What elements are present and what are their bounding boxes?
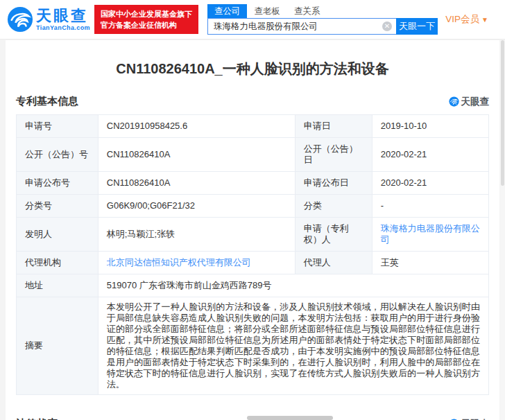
field-label: 代理人 bbox=[295, 252, 372, 274]
agency-link[interactable]: 北京同达信恒知识产权代理有限公司 bbox=[107, 257, 251, 268]
field-label: 地址 bbox=[17, 274, 99, 297]
field-value: 2020-02-21 bbox=[372, 138, 488, 172]
field-value: CN110826410A bbox=[98, 172, 295, 195]
field-value: 北京同达信恒知识产权代理有限公司 bbox=[98, 252, 295, 274]
abstract-text: 本发明公开了一种人脸识别的方法和设备，涉及人脸识别技术领域，用以解决在人脸识别时… bbox=[98, 297, 488, 395]
field-label: 摘要 bbox=[17, 297, 99, 395]
field-label: 申请公布号 bbox=[17, 172, 99, 195]
tab-boss[interactable]: 查老板 bbox=[247, 4, 287, 18]
tab-company[interactable]: 查公司 bbox=[207, 4, 248, 18]
watermark-text: 天眼查 bbox=[461, 418, 490, 420]
search-area: 查公司 查老板 查关系 ✕ 天眼一下 bbox=[207, 4, 438, 35]
tianyancha-watermark-icon bbox=[449, 96, 459, 107]
field-value: 林明;马颖江;张轶 bbox=[98, 218, 295, 252]
vip-label: VIP会员 bbox=[445, 14, 479, 24]
vip-member-menu[interactable]: VIP会员▼ bbox=[445, 13, 488, 26]
table-row: 申请公布号 CN110826410A 申请公布日 2020-02-21 bbox=[17, 172, 489, 195]
search-input[interactable] bbox=[207, 18, 396, 35]
badge-line2: 官方备案企业征信机构 bbox=[101, 19, 192, 30]
field-label: 申请公布日 bbox=[295, 172, 372, 195]
tianyancha-watermark: 天眼查 bbox=[449, 96, 490, 108]
patent-section-header: 专利基本信息 天眼查 bbox=[16, 95, 489, 108]
search-button[interactable]: 天眼一下 bbox=[396, 18, 438, 35]
search-row: ✕ 天眼一下 bbox=[207, 18, 438, 35]
field-label: 公开（公告）日 bbox=[295, 138, 372, 172]
top-header: 天眼查 TianYanCha.com 国家中小企业发展基金旗下 官方备案企业征信… bbox=[0, 0, 505, 40]
table-row: 代理机构 北京同达信恒知识产权代理有限公司 代理人 王英 bbox=[17, 252, 489, 274]
legal-section-title: 法律状态 bbox=[16, 417, 58, 420]
field-label: 公开（公告）号 bbox=[17, 138, 99, 172]
horizontal-scrollbar-thumb[interactable] bbox=[247, 416, 333, 420]
logo-subtitle: TianYanCha.com bbox=[36, 24, 90, 31]
field-label: 代理机构 bbox=[17, 252, 99, 274]
page-title: CN110826410A_一种人脸识别的方法和设备 bbox=[16, 40, 489, 89]
table-row: 地址 519070 广东省珠海市前山金鸡西路789号 bbox=[17, 274, 489, 297]
field-value: 珠海格力电器股份有限公司 bbox=[372, 218, 488, 252]
field-label: 申请日 bbox=[295, 115, 372, 138]
badge-line1: 国家中小企业发展基金旗下 bbox=[101, 8, 192, 19]
field-value: 2019-10-10 bbox=[372, 115, 488, 138]
field-value: 519070 广东省珠海市前山金鸡西路789号 bbox=[98, 274, 488, 297]
tianyancha-logo-text: 天眼查 TianYanCha.com bbox=[36, 8, 90, 31]
field-label: 分类号 bbox=[17, 195, 99, 218]
table-row: 发明人 林明;马颖江;张轶 申请（专利权）人 珠海格力电器股份有限公司 bbox=[17, 218, 489, 252]
field-value: G06K9/00;G06F21/32 bbox=[98, 195, 295, 218]
tianyancha-logo[interactable]: 天眼查 TianYanCha.com bbox=[7, 6, 90, 33]
vertical-scrollbar[interactable] bbox=[500, 40, 505, 420]
table-row: 分类号 G06K9/00;G06F21/32 分类 - bbox=[17, 195, 489, 218]
field-label: 分类 bbox=[295, 195, 372, 218]
tab-relation[interactable]: 查关系 bbox=[287, 4, 327, 18]
field-value: 2020-02-21 bbox=[372, 172, 488, 195]
clear-icon[interactable]: ✕ bbox=[382, 21, 392, 31]
field-label: 申请号 bbox=[17, 115, 99, 138]
search-tabs: 查公司 查老板 查关系 bbox=[207, 4, 438, 18]
field-value: 王英 bbox=[372, 252, 488, 274]
table-row: 摘要 本发明公开了一种人脸识别的方法和设备，涉及人脸识别技术领域，用以解决在人脸… bbox=[17, 297, 489, 395]
applicant-link[interactable]: 珠海格力电器股份有限公司 bbox=[381, 223, 480, 245]
certification-badge: 国家中小企业发展基金旗下 官方备案企业征信机构 bbox=[94, 5, 198, 34]
tianyancha-watermark: 天眼查 bbox=[449, 418, 490, 420]
vertical-scrollbar-thumb[interactable] bbox=[501, 40, 504, 186]
patent-section-title: 专利基本信息 bbox=[16, 95, 78, 108]
field-label: 申请（专利权）人 bbox=[295, 218, 372, 252]
table-row: 申请号 CN201910958425.6 申请日 2019-10-10 bbox=[17, 115, 489, 138]
field-value: CN201910958425.6 bbox=[98, 115, 295, 138]
field-label: 发明人 bbox=[17, 218, 99, 252]
patent-info-table: 申请号 CN201910958425.6 申请日 2019-10-10 公开（公… bbox=[16, 114, 489, 395]
chevron-down-icon: ▼ bbox=[481, 16, 488, 24]
table-row: 公开（公告）号 CN110826410A 公开（公告）日 2020-02-21 bbox=[17, 138, 489, 172]
watermark-text: 天眼查 bbox=[461, 96, 490, 108]
tianyancha-logo-icon bbox=[7, 6, 33, 33]
patent-detail-card: CN110826410A_一种人脸识别的方法和设备 专利基本信息 天眼查 申请号… bbox=[6, 40, 499, 420]
logo-title: 天眼查 bbox=[36, 8, 90, 24]
field-value: - bbox=[372, 195, 488, 218]
field-value: CN110826410A bbox=[98, 138, 295, 172]
